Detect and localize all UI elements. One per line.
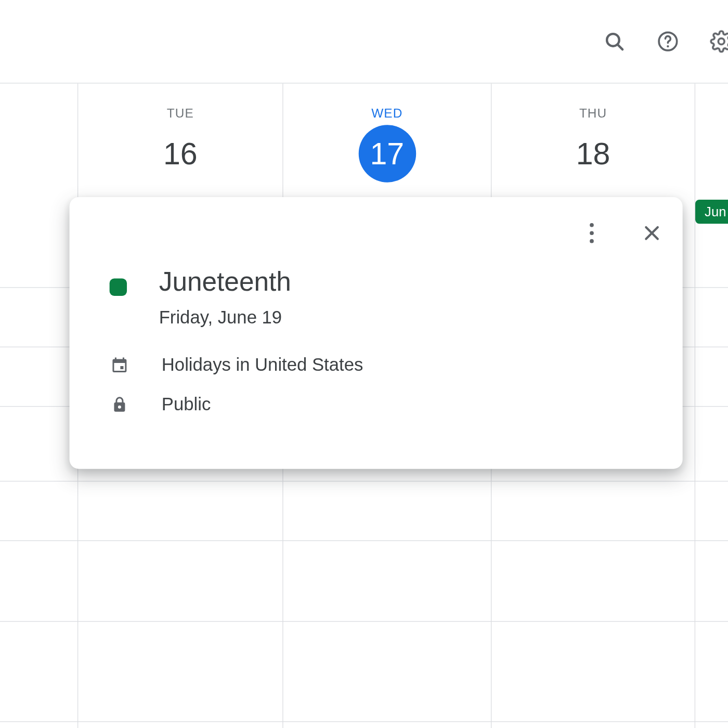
top-toolbar [0,0,728,84]
lock-icon [110,395,130,414]
day-number[interactable]: 18 [564,125,621,182]
event-color-chip [110,279,127,296]
more-options-icon[interactable] [573,214,610,252]
day-label: WED [283,106,491,121]
event-chip-label: Jun [705,204,726,219]
help-icon[interactable] [649,23,686,60]
event-date: Friday, June 19 [159,307,291,328]
day-number[interactable]: 17 [358,125,415,182]
event-detail-popover: Juneteenth Friday, June 19 Holidays in U… [70,197,683,469]
svg-point-3 [667,45,669,47]
svg-point-4 [718,38,724,45]
day-label: TUE [78,106,282,121]
event-calendar-name: Holidays in United States [162,355,363,375]
day-column-wed[interactable]: WED 17 [283,84,491,183]
day-label: THU [491,106,694,121]
search-icon[interactable] [596,23,633,60]
day-number[interactable]: 16 [152,125,209,182]
event-title: Juneteenth [159,266,291,296]
calendar-icon [110,356,130,374]
event-visibility: Public [162,394,211,415]
day-column-tue[interactable]: TUE 16 [78,84,282,183]
event-chip-juneteenth[interactable]: Jun [695,200,728,224]
settings-gear-icon[interactable] [703,23,728,60]
day-column-thu[interactable]: THU 18 [491,84,694,183]
svg-line-1 [617,44,622,49]
close-icon[interactable] [633,214,671,252]
